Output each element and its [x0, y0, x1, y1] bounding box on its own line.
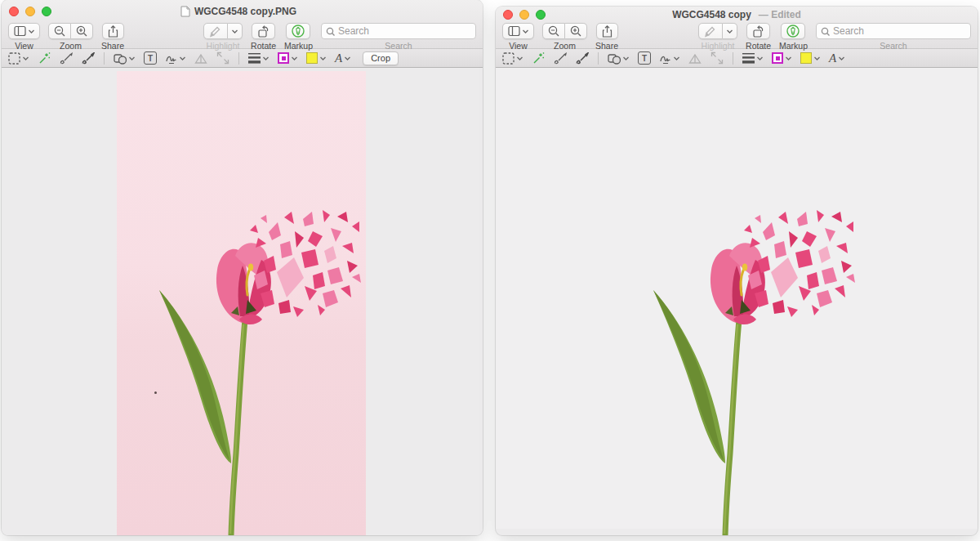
text-style-icon: A: [829, 52, 836, 65]
draw-tool[interactable]: [576, 52, 589, 65]
photo-original[interactable]: [117, 71, 366, 535]
share-label: Share: [595, 41, 618, 51]
minimize-button[interactable]: [519, 10, 529, 20]
border-color-tool[interactable]: [278, 52, 297, 64]
image-canvas[interactable]: [496, 68, 978, 529]
zoom-window-button[interactable]: [42, 7, 51, 16]
markup-button[interactable]: [286, 23, 310, 39]
sketch-pen-icon: [60, 52, 73, 65]
search-field[interactable]: [816, 23, 971, 39]
highlight-button[interactable]: [203, 23, 228, 39]
selection-rect-icon: [8, 52, 20, 65]
share-button[interactable]: [596, 23, 618, 39]
chevron-down-icon: [180, 56, 185, 60]
sign-tool[interactable]: [660, 52, 679, 65]
titlebar[interactable]: WGCG4548 copy.PNG: [2, 0, 483, 22]
adjust-color-tool[interactable]: [194, 52, 207, 65]
text-tool[interactable]: T: [144, 51, 157, 65]
resize-arrows-icon: [216, 51, 229, 65]
markup-label: Markup: [284, 41, 313, 51]
toolbar-divider: [733, 52, 733, 65]
zoom-window-button[interactable]: [536, 10, 546, 20]
shapes-tool[interactable]: [114, 52, 135, 65]
share-label: Share: [101, 41, 124, 51]
zoom-in-button[interactable]: [71, 23, 93, 39]
close-button[interactable]: [9, 7, 19, 16]
fill-color-tool[interactable]: [800, 52, 820, 64]
shapes-icon: [114, 52, 127, 65]
traffic-lights: [503, 10, 546, 20]
rotate-button[interactable]: [252, 23, 275, 39]
highlight-control: Highlight: [203, 23, 243, 51]
adjust-color-tool[interactable]: [688, 52, 702, 65]
view-label: View: [15, 41, 33, 51]
title-text: WGCG4548 copy.PNG: [194, 6, 296, 17]
chevron-down-icon: [292, 56, 297, 60]
signature-icon: [166, 52, 177, 65]
adjust-size-tool[interactable]: [216, 51, 229, 65]
highlight-button[interactable]: [698, 23, 723, 39]
zoom-out-button[interactable]: [542, 23, 565, 39]
sign-tool[interactable]: [166, 52, 185, 65]
titlebar[interactable]: WGCG4548 copy — Edited: [496, 7, 978, 22]
line-weight-icon: [742, 51, 755, 65]
photo-edited[interactable]: [611, 71, 860, 535]
traffic-lights: [9, 7, 51, 16]
text-tool[interactable]: T: [638, 51, 651, 65]
zoom-out-button[interactable]: [48, 23, 71, 39]
text-box-icon: T: [638, 51, 651, 65]
chevron-down-icon: [320, 56, 326, 60]
search-control: Search: [816, 23, 971, 51]
search-icon: [821, 27, 830, 36]
dust-speck: [154, 391, 157, 394]
chevron-down-icon: [757, 56, 763, 60]
image-canvas[interactable]: [2, 68, 483, 535]
crop-control: Crop: [363, 51, 399, 65]
search-field[interactable]: [321, 23, 476, 39]
rotate-control: Rotate: [251, 23, 276, 51]
sketch-tool[interactable]: [554, 52, 567, 65]
text-style-tool[interactable]: A: [335, 52, 350, 65]
highlight-dropdown-button[interactable]: [723, 23, 737, 39]
chevron-down-icon: [29, 29, 34, 34]
zoom-label: Zoom: [60, 41, 82, 51]
view-button[interactable]: [8, 23, 40, 39]
selection-tool[interactable]: [8, 52, 29, 65]
markup-button[interactable]: [781, 23, 805, 39]
search-control: Search: [321, 23, 476, 51]
highlight-dropdown-button[interactable]: [228, 23, 243, 39]
shape-style-tool[interactable]: [248, 51, 269, 65]
fill-color-tool[interactable]: [306, 52, 326, 64]
zoom-in-icon: [570, 25, 581, 37]
share-button[interactable]: [102, 23, 124, 39]
chevron-down-icon: [232, 29, 238, 34]
shapes-tool[interactable]: [608, 52, 629, 65]
sketch-pen-icon: [554, 52, 567, 65]
toolbar-divider: [104, 52, 105, 65]
close-button[interactable]: [503, 10, 513, 20]
chevron-down-icon: [23, 56, 29, 60]
instant-alpha-tool[interactable]: [38, 52, 51, 65]
draw-tool[interactable]: [82, 52, 95, 65]
sketch-tool[interactable]: [60, 52, 73, 65]
border-color-tool[interactable]: [772, 52, 791, 64]
zoom-in-button[interactable]: [565, 23, 587, 39]
crop-button[interactable]: Crop: [363, 51, 399, 65]
border-color-swatch-icon: [772, 52, 783, 64]
minimize-button[interactable]: [25, 7, 35, 16]
preview-window-edited: WGCG4548 copy — Edited View: [496, 7, 978, 535]
sidebar-icon: [14, 25, 26, 37]
color-prism-icon: [194, 52, 207, 65]
selection-tool[interactable]: [502, 52, 523, 65]
markup-label: Markup: [779, 41, 808, 51]
search-input[interactable]: [833, 25, 956, 37]
search-input[interactable]: [338, 25, 461, 37]
markup-control: Markup: [284, 23, 313, 51]
shape-style-tool[interactable]: [742, 51, 763, 65]
rotate-button[interactable]: [746, 23, 770, 39]
share-icon: [108, 25, 118, 38]
text-style-tool[interactable]: A: [829, 52, 844, 65]
view-button[interactable]: [502, 23, 534, 39]
instant-alpha-tool[interactable]: [532, 52, 545, 65]
adjust-size-tool[interactable]: [710, 51, 724, 65]
